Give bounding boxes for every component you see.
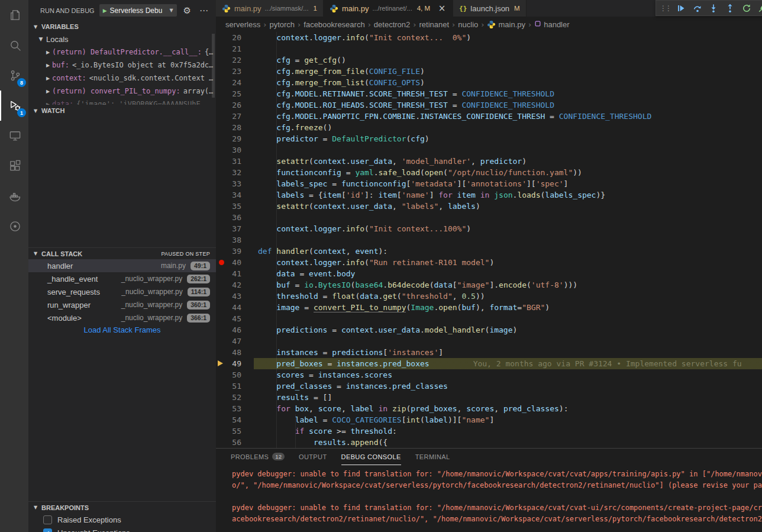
code-line[interactable]: 35 setattr(context.user_data, "labels", … <box>216 201 762 212</box>
code-line[interactable]: 38 <box>216 234 762 246</box>
code-line[interactable]: 24 cfg.merge_from_list(CONFIG_OPTS) <box>216 77 762 88</box>
code-line[interactable]: 48 instances = predictions['instances'] <box>216 347 762 358</box>
variable-row[interactable]: ▶context:<nuclio_sdk.context.Context obj… <box>28 72 216 85</box>
code-line[interactable]: 33 labels_spec = functionconfig['metadat… <box>216 178 762 189</box>
code-line[interactable]: 51 pred_classes = instances.pred_classes <box>216 381 762 392</box>
breadcrumb-symbol[interactable]: handler <box>534 20 569 29</box>
code-line[interactable]: 45 <box>216 313 762 324</box>
variables-scrollbar[interactable] <box>212 34 215 98</box>
code-line[interactable]: 25 cfg.MODEL.RETINANET.SCORE_THRESH_TEST… <box>216 88 762 99</box>
sidebar-item-explorer[interactable] <box>0 0 28 30</box>
line-number[interactable]: 46 <box>222 324 241 336</box>
call-stack-section-header[interactable]: ▼ CALL STACK PAUSED ON STEP <box>28 247 216 259</box>
line-number[interactable]: 40 <box>222 257 241 268</box>
continue-button[interactable] <box>674 1 688 15</box>
sidebar-item-run-and-debug[interactable]: 1 <box>0 91 28 121</box>
breadcrumb-item[interactable]: nuclio <box>458 20 478 29</box>
code-line[interactable]: 43 threshold = float(data.get("threshold… <box>216 291 762 302</box>
breadcrumb-file[interactable]: main.py <box>487 20 525 29</box>
variable-row[interactable]: ▶buf:<_io.BytesIO object at 0x7f5a2dc1ec… <box>28 59 216 72</box>
code-line[interactable]: 52 results = [] <box>216 392 762 403</box>
variables-section-header[interactable]: ▼ VARIABLES <box>28 21 216 33</box>
line-number[interactable]: 48 <box>222 347 241 358</box>
stack-frame[interactable]: _handle_event_nuclio_wrapper.py262:1 <box>28 272 216 285</box>
variable-row[interactable]: ▶data:{'image': 'iVBOR0KG=AAAANSUhE… <box>28 98 216 105</box>
load-all-stack-frames-link[interactable]: Load All Stack Frames <box>28 325 216 334</box>
editor-tab[interactable]: main.py.../siammask/...1 <box>216 0 324 17</box>
line-number[interactable]: 43 <box>222 291 241 302</box>
sidebar-item-remote-explorer[interactable] <box>0 121 28 151</box>
code-line[interactable]: 47 <box>216 336 762 347</box>
breakpoint-item[interactable]: ✓Uncaught Exceptions <box>28 526 216 532</box>
code-line[interactable]: 30 <box>216 144 762 156</box>
code-line[interactable]: 54 label = COCO_CATEGORIES[int(label)]["… <box>216 414 762 425</box>
code-line[interactable]: 53 for box, score, label in zip(pred_box… <box>216 403 762 414</box>
start-debugging-icon[interactable]: ▶ <box>103 8 107 14</box>
breadcrumb-item[interactable]: serverless <box>225 20 260 29</box>
code-line[interactable]: 46 predictions = context.user_data.model… <box>216 324 762 336</box>
line-number[interactable]: 30 <box>222 144 241 156</box>
line-number[interactable]: 42 <box>222 279 241 291</box>
code-line[interactable]: 41 data = event.body <box>216 268 762 279</box>
line-number[interactable]: 39 <box>222 246 241 257</box>
watch-section-header[interactable]: ▼ WATCH <box>28 105 216 117</box>
code-line[interactable]: 56 results.append({ <box>216 437 762 448</box>
drag-grip-icon[interactable]: ⋮⋮ <box>660 4 670 12</box>
line-number[interactable]: 35 <box>222 201 241 212</box>
sidebar-item-source-control[interactable]: 8 <box>0 60 28 91</box>
panel-tab-debug-console[interactable]: DEBUG CONSOLE <box>341 449 401 465</box>
breadcrumb-item[interactable]: detectron2 <box>374 20 410 29</box>
line-number[interactable]: 20 <box>222 32 241 43</box>
debug-console-output[interactable]: pydev debugger: unable to find translati… <box>216 465 762 525</box>
disconnect-button[interactable] <box>755 1 762 15</box>
line-number[interactable]: 22 <box>222 54 241 66</box>
stack-frame[interactable]: serve_requests_nuclio_wrapper.py114:1 <box>28 285 216 298</box>
stack-frame[interactable]: <module>_nuclio_wrapper.py366:1 <box>28 311 216 324</box>
line-number[interactable]: 25 <box>222 88 241 99</box>
close-icon[interactable]: × <box>437 3 447 14</box>
line-number[interactable]: 21 <box>222 43 241 54</box>
code-line[interactable]: 29 predictor = DefaultPredictor(cfg) <box>216 133 762 144</box>
line-number[interactable]: 54 <box>222 414 241 425</box>
code-line[interactable]: 26 cfg.MODEL.ROI_HEADS.SCORE_THRESH_TEST… <box>216 99 762 111</box>
line-number[interactable]: 37 <box>222 223 241 234</box>
line-number[interactable]: 23 <box>222 66 241 77</box>
code-line[interactable]: 40 context.logger.info("Run retinanet-R1… <box>216 257 762 268</box>
code-line[interactable]: 37 context.logger.info("Init context...1… <box>216 223 762 234</box>
line-number[interactable]: 52 <box>222 392 241 403</box>
variable-row[interactable]: ▶(return) DefaultPredictor.__call__:{'in… <box>28 46 216 59</box>
line-number[interactable]: 33 <box>222 178 241 189</box>
variable-row[interactable]: ▶(return) convert_PIL_to_numpy:array([[[… <box>28 85 216 98</box>
code-line[interactable]: 36 <box>216 212 762 223</box>
code-line[interactable]: 34 labels = {item['id']: item['name'] fo… <box>216 189 762 201</box>
launch-config-dropdown[interactable]: ▶ Serverless Debu ▼ <box>99 4 177 17</box>
line-number[interactable]: 53 <box>222 403 241 414</box>
panel-tab-output[interactable]: OUTPUT <box>299 449 327 465</box>
code-editor[interactable]: 20 context.logger.info("Init context... … <box>216 32 762 448</box>
line-number[interactable]: 36 <box>222 212 241 223</box>
breadcrumb-item[interactable]: retinanet <box>419 20 449 29</box>
line-number[interactable]: 28 <box>222 122 241 133</box>
editor-tab[interactable]: {}launch.jsonM <box>453 0 527 17</box>
line-number[interactable]: 56 <box>222 437 241 448</box>
line-number[interactable]: 50 <box>222 369 241 381</box>
code-line[interactable]: 20 context.logger.info("Init context... … <box>216 32 762 43</box>
line-number[interactable]: 44 <box>222 302 241 313</box>
line-number[interactable]: 55 <box>222 425 241 437</box>
panel-tab-problems[interactable]: PROBLEMS12 <box>231 449 285 465</box>
code-line[interactable]: 50 scores = instances.scores <box>216 369 762 381</box>
step-into-button[interactable] <box>706 1 721 15</box>
sidebar-item-circle-tool[interactable] <box>0 211 28 241</box>
code-line[interactable]: 49 pred_boxes = instances.pred_boxesYou,… <box>216 358 762 369</box>
breadcrumb-item[interactable]: facebookresearch <box>303 20 364 29</box>
line-number[interactable]: 49 <box>222 358 241 369</box>
breakpoint-item[interactable]: Raised Exceptions <box>28 513 216 526</box>
code-line[interactable]: 55 if score >= threshold: <box>216 425 762 437</box>
line-number[interactable]: 26 <box>222 99 241 111</box>
line-number[interactable]: 32 <box>222 167 241 178</box>
stack-frame[interactable]: handlermain.py49:1 <box>28 259 216 272</box>
code-line[interactable]: 22 cfg = get_cfg() <box>216 54 762 66</box>
restart-button[interactable] <box>740 1 754 15</box>
stack-frame[interactable]: run_wrapper_nuclio_wrapper.py360:1 <box>28 298 216 311</box>
step-out-button[interactable] <box>723 1 737 15</box>
